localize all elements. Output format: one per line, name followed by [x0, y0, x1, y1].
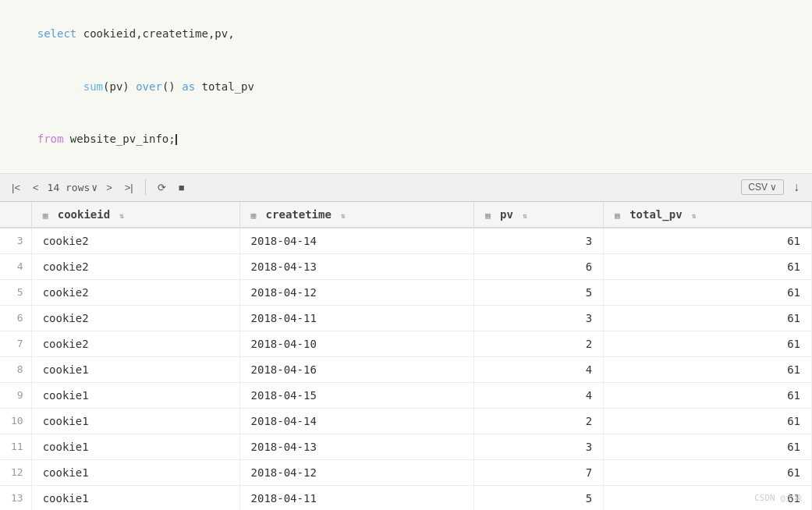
col-label-total-pv: total_pv	[629, 208, 682, 221]
col-icon-createtime: ▦	[251, 211, 257, 221]
col-label-cookieid: cookieid	[58, 208, 110, 221]
cell-createtime: 2018-04-15	[239, 382, 473, 408]
table-row: 3cookie22018-04-14361	[0, 228, 812, 254]
cell-pv: 3	[473, 305, 603, 331]
table-row: 9cookie12018-04-15461	[0, 382, 812, 408]
table-row: 7cookie22018-04-10261	[0, 331, 812, 356]
cell-cookieid: cookie1	[31, 408, 239, 434]
csv-export-button[interactable]: CSV ∨	[741, 179, 784, 195]
table-row: 12cookie12018-04-12761	[0, 459, 812, 485]
cell-pv: 2	[473, 408, 603, 434]
table-row: 11cookie12018-04-13361	[0, 434, 812, 459]
sort-arrows-createtime[interactable]: ⇅	[341, 211, 346, 220]
col-icon-cookieid: ▦	[43, 211, 48, 221]
cell-rownum: 6	[0, 305, 31, 331]
rows-dropdown-arrow: ∨	[91, 182, 98, 193]
cell-rownum: 13	[0, 485, 31, 510]
keyword-from: from	[37, 133, 64, 145]
cell-createtime: 2018-04-11	[239, 485, 473, 510]
results-table-container: ▦ cookieid ⇅ ▦ createtime ⇅ ▦ pv ⇅ ▦ tot…	[0, 202, 812, 510]
last-page-button[interactable]: >|	[121, 180, 137, 195]
cell-cookieid: cookie2	[31, 253, 239, 279]
table-body: 3cookie22018-04-143614cookie22018-04-136…	[0, 228, 812, 510]
sort-arrows-cookieid[interactable]: ⇅	[120, 211, 125, 220]
keyword-select: select	[37, 27, 83, 40]
cell-cookieid: cookie2	[31, 331, 239, 356]
cell-pv: 6	[473, 253, 603, 279]
table-row: 8cookie12018-04-16461	[0, 356, 812, 382]
watermark: CSDN @大象	[754, 492, 803, 504]
cell-rownum: 3	[0, 228, 31, 254]
next-page-button[interactable]: >	[102, 180, 116, 195]
cell-pv: 4	[473, 382, 603, 408]
cell-rownum: 10	[0, 408, 31, 434]
rows-count[interactable]: 14 rows ∨	[48, 182, 98, 193]
cell-cookieid: cookie2	[31, 228, 239, 254]
cell-rownum: 11	[0, 434, 31, 459]
cell-cookieid: cookie2	[31, 305, 239, 331]
cell-total-pv: 61	[604, 305, 812, 331]
code-line-2: sum(pv) over() as total_pv	[11, 60, 801, 112]
code-editor[interactable]: select cookieid,createtime,pv, sum(pv) o…	[0, 0, 812, 174]
col-icon-total-pv: ▦	[615, 211, 620, 221]
cell-cookieid: cookie1	[31, 382, 239, 408]
cell-pv: 4	[473, 356, 603, 382]
cell-createtime: 2018-04-10	[239, 331, 473, 356]
cell-pv: 2	[473, 331, 603, 356]
cell-total-pv: 61	[604, 228, 812, 254]
results-table: ▦ cookieid ⇅ ▦ createtime ⇅ ▦ pv ⇅ ▦ tot…	[0, 202, 812, 510]
cell-pv: 3	[473, 434, 603, 459]
cell-createtime: 2018-04-12	[239, 279, 473, 305]
cell-cookieid: cookie1	[31, 459, 239, 485]
code-line-3: from website_pv_info;	[11, 112, 801, 165]
cell-rownum: 9	[0, 382, 31, 408]
cell-total-pv: 61	[604, 356, 812, 382]
cell-total-pv: 61	[604, 434, 812, 459]
cell-createtime: 2018-04-12	[239, 459, 473, 485]
csv-dropdown-arrow: ∨	[770, 182, 777, 193]
cell-pv: 5	[473, 485, 603, 510]
cell-total-pv: 61	[604, 253, 812, 279]
table-row: 6cookie22018-04-11361	[0, 305, 812, 331]
cell-pv: 7	[473, 459, 603, 485]
sort-arrows-pv[interactable]: ⇅	[523, 211, 527, 220]
cell-rownum: 4	[0, 253, 31, 279]
table-header-row: ▦ cookieid ⇅ ▦ createtime ⇅ ▦ pv ⇅ ▦ tot…	[0, 202, 812, 228]
sort-arrows-total-pv[interactable]: ⇅	[692, 211, 697, 220]
cell-createtime: 2018-04-14	[239, 228, 473, 254]
prev-page-button[interactable]: <	[29, 180, 43, 195]
rows-label: 14 rows	[48, 182, 90, 193]
keyword-over: over	[136, 80, 162, 93]
cell-rownum: 7	[0, 331, 31, 356]
cell-createtime: 2018-04-16	[239, 356, 473, 382]
code-line-1: select cookieid,createtime,pv,	[11, 8, 801, 60]
cell-cookieid: cookie2	[31, 279, 239, 305]
refresh-button[interactable]: ⟳	[154, 180, 170, 195]
keyword-sum: sum	[83, 80, 103, 93]
download-button[interactable]: ↓	[789, 179, 804, 196]
cell-total-pv: 61	[604, 331, 812, 356]
cell-rownum: 8	[0, 356, 31, 382]
table-row: 5cookie22018-04-12561	[0, 279, 812, 305]
col-header-pv[interactable]: ▦ pv ⇅	[473, 202, 603, 228]
cell-createtime: 2018-04-14	[239, 408, 473, 434]
col-label-createtime: createtime	[266, 208, 332, 221]
cell-total-pv: 61	[604, 408, 812, 434]
cell-pv: 5	[473, 279, 603, 305]
cell-cookieid: cookie1	[31, 434, 239, 459]
table-row: 10cookie12018-04-14261	[0, 408, 812, 434]
col-header-createtime[interactable]: ▦ createtime ⇅	[239, 202, 473, 228]
col-header-cookieid[interactable]: ▦ cookieid ⇅	[31, 202, 239, 228]
csv-label: CSV	[748, 182, 768, 193]
first-page-button[interactable]: |<	[8, 180, 24, 195]
col-header-rownum	[0, 202, 31, 228]
col-icon-pv: ▦	[485, 211, 491, 221]
cell-cookieid: cookie1	[31, 485, 239, 510]
col-header-total-pv[interactable]: ▦ total_pv ⇅	[604, 202, 812, 228]
cell-total-pv: 61	[604, 279, 812, 305]
text-cursor	[176, 134, 177, 145]
table-row: 4cookie22018-04-13661	[0, 253, 812, 279]
cell-pv: 3	[473, 228, 603, 254]
stop-button[interactable]: ■	[175, 180, 189, 195]
cell-rownum: 5	[0, 279, 31, 305]
